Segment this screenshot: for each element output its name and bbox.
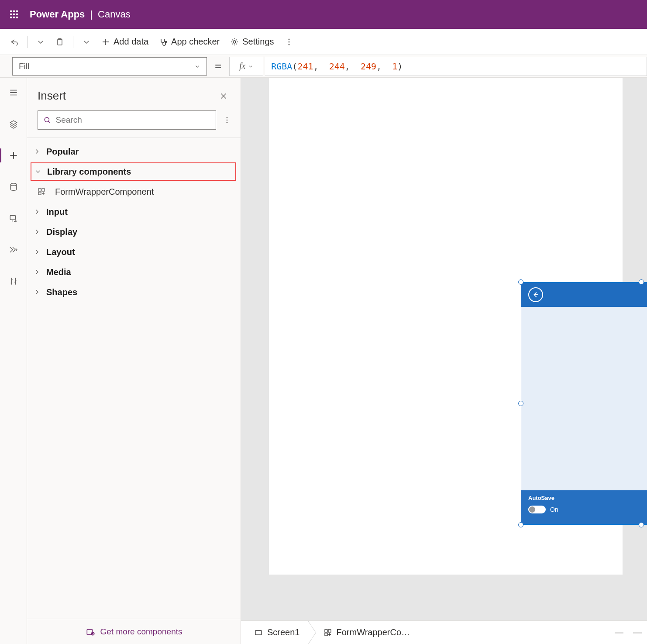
svg-rect-0 — [58, 39, 62, 45]
chevron-right-icon — [33, 208, 41, 216]
component-icon — [37, 187, 46, 196]
plus-icon — [9, 151, 18, 160]
settings-button[interactable]: Settings — [226, 34, 278, 49]
insert-panel: Insert Popular — [27, 78, 241, 644]
svg-rect-14 — [42, 189, 45, 191]
category-shapes[interactable]: Shapes — [27, 282, 241, 302]
import-icon — [86, 627, 95, 637]
zoom-in-button[interactable]: — — [633, 627, 642, 637]
toggle-text: On — [550, 506, 558, 513]
left-rail — [0, 78, 27, 644]
resize-handle[interactable] — [518, 279, 523, 285]
zoom-out-button[interactable]: — — [615, 627, 623, 637]
formula-input[interactable]: RGBA(241, 244, 249, 1) — [265, 57, 647, 76]
equals-sign: = — [215, 59, 221, 73]
category-label: Shapes — [46, 287, 77, 297]
app-launcher-button[interactable] — [7, 7, 21, 21]
layers-icon — [9, 119, 18, 129]
gear-icon — [230, 38, 239, 46]
category-label: Media — [46, 267, 71, 277]
fx-label: fx — [239, 61, 245, 71]
component-topbar — [521, 282, 647, 307]
category-label: Popular — [46, 147, 79, 157]
svg-rect-8 — [10, 215, 15, 220]
formula-bar: Fill = fx RGBA(241, 244, 249, 1) — [0, 55, 647, 78]
formula-token-func: RGBA — [271, 61, 292, 72]
hamburger-icon — [9, 88, 18, 97]
breadcrumb-component[interactable]: FormWrapperCo… — [316, 621, 418, 644]
category-display[interactable]: Display — [27, 222, 241, 242]
resize-handle[interactable] — [518, 522, 523, 527]
close-icon — [220, 92, 227, 100]
waffle-icon — [10, 10, 18, 18]
svg-rect-20 — [255, 630, 262, 635]
svg-rect-22 — [328, 630, 331, 632]
svg-point-2 — [165, 41, 167, 42]
resize-handle[interactable] — [518, 401, 523, 406]
breadcrumb-label: Screen1 — [267, 627, 300, 637]
toolbar-separator — [27, 36, 28, 48]
main-area: Insert Popular — [0, 78, 647, 644]
back-button[interactable] — [528, 287, 543, 302]
component-body: Cancel Submit — [521, 307, 647, 490]
autosave-toggle[interactable] — [528, 506, 546, 513]
flow-icon — [8, 245, 19, 255]
property-selector[interactable]: Fill — [12, 57, 207, 76]
autosave-label: AutoSave — [528, 495, 634, 501]
rail-tree-button[interactable] — [5, 115, 22, 133]
more-vertical-icon — [285, 38, 293, 46]
rail-hamburger-button[interactable] — [5, 84, 22, 101]
rail-insert-button[interactable] — [5, 147, 22, 164]
search-icon — [43, 116, 52, 124]
svg-point-6 — [288, 44, 289, 45]
tree-item-formwrapper[interactable]: FormWrapperComponent — [27, 182, 241, 202]
undo-button[interactable] — [5, 35, 23, 49]
rail-media-button[interactable] — [5, 210, 22, 227]
add-data-button[interactable]: Add data — [97, 34, 153, 49]
more-vertical-icon — [223, 116, 231, 124]
selected-component[interactable]: Cancel Submit AutoSave On Created Date — [521, 282, 647, 525]
svg-point-10 — [227, 117, 228, 118]
category-popular[interactable]: Popular — [27, 141, 241, 162]
category-library-components[interactable]: Library components — [31, 164, 232, 179]
svg-point-3 — [233, 41, 236, 43]
rail-tools-button[interactable] — [5, 272, 22, 290]
svg-rect-13 — [38, 189, 41, 191]
plus-icon — [101, 38, 110, 46]
paste-button[interactable] — [51, 35, 69, 49]
insert-panel-close-button[interactable] — [217, 90, 230, 103]
database-icon — [9, 182, 18, 192]
toolbar-separator — [73, 36, 73, 48]
breadcrumb-separator — [308, 621, 316, 644]
product-name: Power Apps — [30, 9, 85, 20]
tools-icon — [9, 276, 18, 286]
section-name: Canvas — [98, 9, 131, 20]
fx-button[interactable]: fx — [229, 57, 263, 76]
app-checker-button[interactable]: App checker — [155, 34, 224, 49]
chevron-right-icon — [33, 228, 41, 236]
svg-rect-23 — [325, 633, 327, 636]
tree-item-label: FormWrapperComponent — [52, 187, 154, 197]
category-media[interactable]: Media — [27, 262, 241, 282]
category-input[interactable]: Input — [27, 202, 241, 222]
insert-search-box[interactable] — [38, 110, 216, 130]
component-footer: AutoSave On Created Date — [521, 490, 647, 524]
svg-point-11 — [227, 120, 228, 121]
arrow-left-icon — [532, 291, 540, 299]
category-layout[interactable]: Layout — [27, 242, 241, 262]
resize-handle[interactable] — [639, 522, 644, 527]
rail-flows-button[interactable] — [5, 241, 22, 258]
toolbar-overflow-button[interactable] — [280, 35, 298, 49]
undo-dropdown[interactable] — [32, 35, 49, 49]
paste-dropdown[interactable] — [78, 35, 95, 49]
chevron-down-icon — [34, 168, 42, 176]
rail-data-button[interactable] — [5, 178, 22, 196]
breadcrumb-label: FormWrapperCo… — [337, 627, 410, 637]
get-more-components-link[interactable]: Get more components — [27, 619, 241, 644]
insert-more-button[interactable] — [221, 114, 233, 126]
insert-search-input[interactable] — [56, 115, 210, 125]
resize-handle[interactable] — [639, 279, 644, 285]
add-data-label: Add data — [114, 37, 148, 47]
canvas-area[interactable]: Cancel Submit AutoSave On Created Date — [241, 78, 647, 644]
breadcrumb-screen[interactable]: Screen1 — [246, 621, 308, 644]
